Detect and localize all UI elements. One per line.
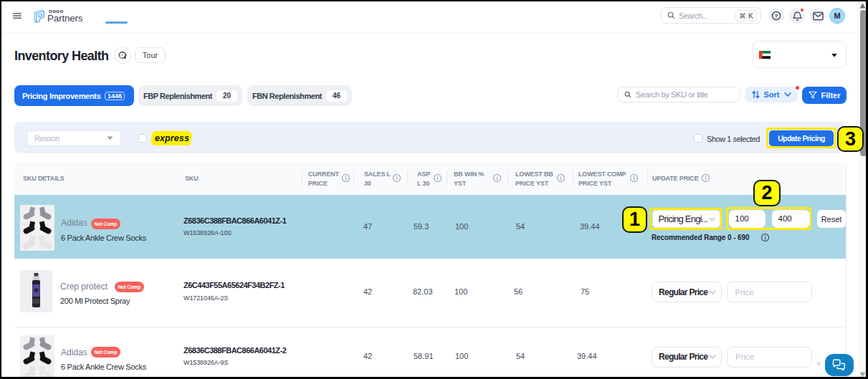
svg-text:?: ? [775,13,778,19]
